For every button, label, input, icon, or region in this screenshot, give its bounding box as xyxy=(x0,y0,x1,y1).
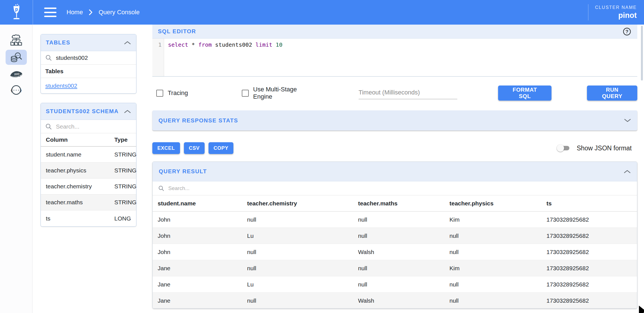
breadcrumb-current: Query Console xyxy=(99,9,140,16)
sidebar-item-swagger-api[interactable]: {···} xyxy=(6,82,27,98)
tables-panel-header: TABLES xyxy=(41,34,136,51)
schema-column-type: STRING xyxy=(114,167,136,174)
breadcrumb-home[interactable]: Home xyxy=(67,9,83,16)
sidebar-item-zookeeper[interactable]: ZOO xyxy=(6,66,27,81)
chevron-right-icon xyxy=(89,9,93,15)
sql-code-line[interactable]: select * from students002 limit 10 xyxy=(164,39,637,76)
help-question-icon: ? xyxy=(622,27,632,36)
schema-row[interactable]: ts LONG xyxy=(41,210,136,226)
result-cell: Jane xyxy=(158,265,247,272)
result-cell: null xyxy=(247,297,358,304)
schema-row[interactable]: teacher.chemistry STRING xyxy=(41,179,136,195)
multistage-label: Use Multi-Stage Engine xyxy=(253,86,315,100)
sql-token: 10 xyxy=(272,41,282,48)
result-col-header[interactable]: teacher.maths xyxy=(358,200,449,207)
result-cell: Jane xyxy=(158,281,247,288)
result-cell: John xyxy=(158,216,247,223)
show-json-toggle[interactable] xyxy=(558,146,569,150)
result-cell: Walsh xyxy=(358,249,449,255)
sql-code-editor: 1 select * from students002 limit 10 xyxy=(152,39,637,77)
schema-column-type: STRING xyxy=(114,199,136,206)
result-col-header[interactable]: student.name xyxy=(158,200,247,207)
format-sql-button[interactable]: FORMAT SQL xyxy=(498,86,551,101)
schema-row[interactable]: student.name STRING xyxy=(41,147,136,163)
query-response-stats-bar[interactable]: QUERY RESPONSE STATS xyxy=(152,110,637,131)
excel-button[interactable]: EXCEL xyxy=(152,142,180,154)
schema-table-header: Column Type xyxy=(41,133,136,147)
schema-collapse-button[interactable] xyxy=(124,109,131,114)
swagger-api-icon: {···} xyxy=(11,84,22,96)
export-row: EXCEL CSV COPY Show JSON format xyxy=(152,142,637,154)
copy-button[interactable]: COPY xyxy=(209,142,233,154)
cluster-manager-icon xyxy=(10,34,23,48)
timeout-field-wrap xyxy=(359,87,457,99)
schema-panel: STUDENTS002 SCHEMA Column Type student.n… xyxy=(41,103,136,227)
schema-column-name: ts xyxy=(46,215,114,222)
result-cell: 1730328925682 xyxy=(546,281,637,288)
result-col-header[interactable]: ts xyxy=(546,200,637,207)
result-cell: Jane xyxy=(158,297,247,304)
schema-column-name: student.name xyxy=(46,151,114,158)
schema-column-type: LONG xyxy=(114,215,136,222)
pinot-wine-glass-icon: p xyxy=(11,4,22,21)
query-controls-row: Tracing Use Multi-Stage Engine FORMAT SQ… xyxy=(152,83,637,103)
tables-collapse-button[interactable] xyxy=(124,41,131,45)
run-query-button[interactable]: RUN QUERY xyxy=(587,86,637,101)
toggle-knob xyxy=(557,144,564,152)
result-table-header: student.name teacher.chemistry teacher.m… xyxy=(153,195,637,212)
result-cell: null xyxy=(449,233,546,239)
timeout-input[interactable] xyxy=(359,87,457,99)
search-icon xyxy=(158,185,164,191)
table-link-students002[interactable]: students002 xyxy=(45,82,77,89)
multistage-option: Use Multi-Stage Engine xyxy=(242,86,315,100)
sql-editor-header: SQL EDITOR ? xyxy=(152,25,637,39)
breadcrumb: Home Query Console xyxy=(67,9,139,16)
tables-panel-title: TABLES xyxy=(46,39,70,46)
schema-column-type: STRING xyxy=(114,151,136,158)
result-cell: null xyxy=(358,265,449,272)
divider xyxy=(588,4,588,20)
cluster-info: CLUSTER NAME pinot xyxy=(588,0,644,25)
result-cell: null xyxy=(449,281,546,288)
mouse-cursor xyxy=(638,305,644,313)
multistage-checkbox[interactable] xyxy=(242,90,249,97)
result-search-input[interactable] xyxy=(168,185,631,192)
tracing-label: Tracing xyxy=(168,89,188,97)
zookeeper-icon: ZOO xyxy=(9,69,23,78)
result-cell: Lu xyxy=(247,233,358,239)
result-cell: Lu xyxy=(247,281,358,288)
result-cell: Kim xyxy=(449,265,546,272)
pinot-logo[interactable]: p xyxy=(0,0,33,25)
result-table-row: Jane Lu null null 1730328925682 xyxy=(153,276,637,293)
help-button[interactable]: ? xyxy=(622,27,632,36)
svg-text:{···}: {···} xyxy=(11,88,22,93)
schema-row[interactable]: teacher.physics STRING xyxy=(41,163,136,179)
sidebar-item-cluster-manager[interactable] xyxy=(6,34,27,49)
csv-button[interactable]: CSV xyxy=(184,142,205,154)
tracing-option: Tracing xyxy=(156,89,188,97)
result-cell: null xyxy=(449,297,546,304)
sql-token: * xyxy=(188,41,198,48)
top-app-bar: p Home Query Console CLUSTER NAME pinot xyxy=(0,0,644,25)
sql-token: limit xyxy=(255,41,272,48)
result-col-header[interactable]: teacher.chemistry xyxy=(247,200,358,207)
cluster-name-value: pinot xyxy=(618,11,637,20)
result-cell: 1730328925682 xyxy=(546,297,637,304)
result-table-row: Jane null Walsh null 1730328925682 xyxy=(153,293,637,309)
result-cell: null xyxy=(247,216,358,223)
result-collapse-button[interactable] xyxy=(624,169,631,174)
menu-hamburger-icon[interactable] xyxy=(44,8,56,17)
tracing-checkbox[interactable] xyxy=(156,90,163,97)
schema-search-input[interactable] xyxy=(55,123,132,130)
search-icon xyxy=(45,54,52,61)
vertical-scrollbar[interactable] xyxy=(641,26,643,80)
result-col-header[interactable]: teacher.physics xyxy=(449,200,546,207)
tables-search-input[interactable] xyxy=(55,54,132,61)
svg-text:?: ? xyxy=(626,29,628,34)
sidebar-item-query-console[interactable] xyxy=(6,50,27,65)
result-table-row: John Lu null null 1730328925682 xyxy=(153,228,637,244)
chevron-down-icon xyxy=(624,118,631,123)
icon-sidebar: ZOO {···} xyxy=(0,25,32,313)
schema-row[interactable]: teacher.maths STRING xyxy=(41,195,136,210)
result-cell: John xyxy=(158,249,247,255)
